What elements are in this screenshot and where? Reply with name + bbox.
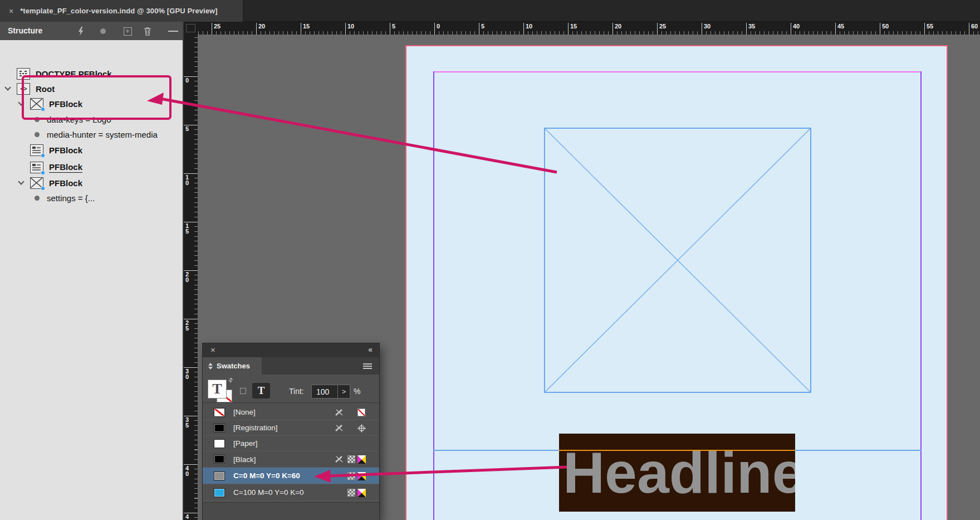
swatches-panel-menu-icon[interactable] <box>363 362 372 370</box>
image-placeholder-frame[interactable] <box>544 128 811 393</box>
swatches-panel: × « Swatches T ⇄ T Tint: 100 > % [None] <box>202 343 380 520</box>
black-swatch-chip <box>214 455 225 464</box>
vertical-ruler[interactable]: 051 01 52 02 53 03 54 04 5 <box>184 35 198 520</box>
swatch-list: [None] [Registration] [Paper] <box>203 403 379 502</box>
tab-swatches[interactable]: Swatches <box>203 357 262 375</box>
swatches-tab-row: Swatches <box>203 357 379 375</box>
document-tab[interactable]: × *template_PF_color-version.indd @ 300%… <box>0 0 243 22</box>
swatches-tab-label: Swatches <box>217 362 250 370</box>
swatch-row-paper[interactable]: [Paper] <box>203 436 379 451</box>
tint-dropdown-icon[interactable]: > <box>338 385 350 398</box>
panel-cycle-icon[interactable] <box>208 363 213 370</box>
ruler-label: 25 <box>657 23 666 35</box>
ruler-label: 35 <box>746 23 755 35</box>
ruler-label: 0 <box>184 76 198 83</box>
swap-fill-stroke-icon[interactable]: ⇄ <box>227 376 234 384</box>
ruler-label: 25 <box>212 23 220 35</box>
cmyk-icon <box>357 455 366 463</box>
ruler-label: 3 0 <box>184 367 198 380</box>
tint-label: Tint: <box>289 387 304 396</box>
validate-structure-icon[interactable] <box>76 26 86 36</box>
ruler-label: 15 <box>568 23 577 35</box>
formatting-affects-container-icon[interactable] <box>240 388 246 394</box>
panel-close-icon[interactable]: × <box>210 345 215 355</box>
swatch-row-c100[interactable]: C=100 M=0 Y=0 K=0 <box>203 484 379 501</box>
ruler-label: 45 <box>835 23 844 35</box>
attached-indicator-dot <box>41 186 45 191</box>
ruler-label: 30 <box>702 23 710 35</box>
structure-row-label: PFBlock <box>49 162 82 173</box>
formatting-affects-text-button[interactable]: T <box>252 383 270 398</box>
gray-swatch-chip <box>214 472 225 480</box>
structure-attr-media-hunter[interactable]: media-hunter = system-media <box>0 127 183 142</box>
ruler-label: 3 5 <box>184 416 198 428</box>
attribute-bullet <box>35 132 40 137</box>
structure-row-pfblock-text1[interactable]: PFBlock <box>0 143 183 157</box>
cmyk-icon <box>357 472 366 480</box>
chevron-down-icon[interactable] <box>18 178 24 184</box>
swatches-title-bar[interactable]: × « <box>203 343 379 357</box>
tab-close-icon[interactable]: × <box>9 7 13 16</box>
structure-row-pfblock-text2[interactable]: PFBlock <box>0 160 183 174</box>
fill-proxy-icon[interactable]: T <box>208 380 227 398</box>
structure-panel-menu-icon[interactable] <box>168 26 178 36</box>
cmyk-icon <box>357 489 366 497</box>
ruler-label: 55 <box>924 23 933 35</box>
text-frame-icon <box>30 162 43 173</box>
ruler-label: 4 0 <box>184 464 198 477</box>
ruler-label: 20 <box>612 23 621 35</box>
attribute-label: settings = {... <box>47 193 95 203</box>
ruler-label: 0 <box>434 23 440 35</box>
pencil-slash-icon <box>335 424 344 432</box>
ruler-label: 5 <box>390 23 395 35</box>
registration-icon <box>357 424 366 432</box>
swatch-row-k60[interactable]: C=0 M=0 Y=0 K=60 <box>203 468 379 484</box>
indesign-window: × *template_PF_color-version.indd @ 300%… <box>0 0 980 520</box>
ruler-label: 20 <box>256 23 265 35</box>
ruler-label: 15 <box>301 23 310 35</box>
process-color-icon <box>347 489 355 497</box>
attached-indicator-dot <box>41 153 45 158</box>
margin-guide-top <box>433 71 922 72</box>
ruler-label: 5 <box>479 23 484 35</box>
ruler-label: 2 5 <box>184 319 198 331</box>
document-tab-bar: × *template_PF_color-version.indd @ 300%… <box>0 0 980 22</box>
ruler-origin-widget[interactable] <box>184 22 198 35</box>
horizontal-ruler[interactable]: 252015105051015202530354045505560 <box>198 22 980 35</box>
structure-panel-header: Structure + <box>0 22 183 40</box>
attached-indicator-dot <box>41 171 45 175</box>
annotation-highlight-box <box>22 75 171 120</box>
registration-swatch-chip <box>214 424 225 432</box>
headline-text: Headline <box>563 434 795 512</box>
structure-attr-settings[interactable]: settings = {... <box>0 191 183 205</box>
ruler-label: 4 5 <box>184 513 198 520</box>
paper-swatch-chip <box>214 439 225 448</box>
swatch-row-black[interactable]: [Black] <box>203 451 379 468</box>
column-guide-left <box>433 71 434 520</box>
pencil-slash-icon <box>335 455 344 463</box>
none-swatch-icon <box>357 409 365 416</box>
chevron-down-icon[interactable] <box>4 84 11 90</box>
ruler-label: 2 0 <box>184 270 198 283</box>
ruler-label: 5 <box>184 125 198 132</box>
delete-element-icon[interactable] <box>143 26 153 36</box>
ruler-label: 40 <box>791 23 800 35</box>
ruler-label: 50 <box>880 23 889 35</box>
swatch-row-none[interactable]: [None] <box>203 405 379 420</box>
collapse-panel-icon[interactable]: « <box>368 345 373 354</box>
swatch-row-registration[interactable]: [Registration] <box>203 420 379 436</box>
tint-value-input[interactable]: 100 <box>311 385 338 398</box>
headline-text-frame[interactable]: Headline <box>559 434 795 512</box>
structure-panel-title: Structure <box>8 26 42 35</box>
structure-row-label: PFBlock <box>49 178 82 188</box>
pencil-slash-icon <box>335 409 344 416</box>
add-element-icon[interactable]: + <box>122 26 133 36</box>
text-frame-edge-right <box>795 450 922 451</box>
process-color-icon <box>347 455 355 463</box>
record-icon[interactable] <box>98 26 108 36</box>
text-frame-edge-left <box>433 450 559 451</box>
tint-unit: % <box>354 387 360 396</box>
text-frame-icon <box>30 144 43 156</box>
column-guide-right <box>920 71 922 520</box>
structure-row-pfblock-image2[interactable]: PFBlock <box>0 176 183 190</box>
